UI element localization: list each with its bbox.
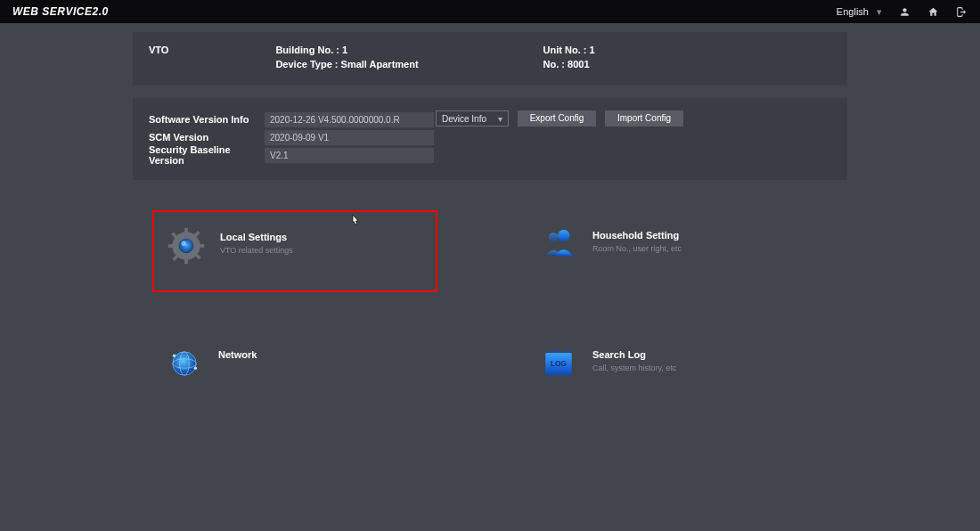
logout-icon[interactable]	[955, 5, 968, 18]
network-tile[interactable]: Network	[152, 330, 437, 392]
version-panel: Software Version Info SCM Version Securi…	[133, 98, 847, 180]
security-baseline-label: Security Baseline Version	[149, 144, 265, 166]
scm-version-label: SCM Version	[149, 132, 265, 143]
svg-rect-3	[168, 244, 174, 248]
device-info-select[interactable]: Device Info ▾	[436, 110, 509, 127]
device-info-select-label: Device Info	[442, 114, 486, 124]
people-icon	[537, 223, 580, 266]
app-logo: WEB SERVICE2.0	[12, 5, 109, 18]
home-icon[interactable]	[927, 5, 939, 18]
device-header-panel: VTO Building No. : 1 Device Type : Small…	[133, 32, 847, 86]
globe-icon	[163, 342, 206, 385]
local-settings-tile[interactable]: Local Settings VTO related settings	[152, 210, 437, 292]
chevron-down-icon: ▾	[498, 114, 502, 124]
top-bar: WEB SERVICE2.0 English ▾	[0, 0, 980, 23]
svg-rect-1	[184, 228, 188, 233]
language-selector[interactable]: English ▾	[837, 6, 882, 18]
household-setting-title: Household Setting	[592, 230, 682, 241]
log-text: LOG	[551, 360, 567, 368]
export-config-button[interactable]: Export Config	[518, 110, 596, 127]
svg-point-9	[179, 239, 194, 254]
local-settings-subtitle: VTO related settings	[220, 246, 293, 255]
svg-point-17	[173, 354, 176, 357]
language-label: English	[837, 6, 869, 17]
security-baseline-value	[265, 148, 434, 163]
chevron-down-icon: ▾	[877, 6, 882, 17]
household-setting-tile[interactable]: Household Setting Room No., user right, …	[527, 210, 812, 292]
svg-point-11	[558, 230, 569, 241]
device-no: No. : 8001	[543, 59, 595, 69]
building-no: Building No. : 1	[275, 45, 418, 55]
svg-rect-4	[199, 244, 204, 248]
local-settings-title: Local Settings	[220, 232, 293, 242]
user-icon[interactable]	[898, 5, 911, 18]
software-version-value	[265, 112, 434, 127]
household-setting-subtitle: Room No., user right, etc	[592, 244, 682, 253]
svg-point-18	[194, 367, 198, 371]
scm-version-value	[265, 130, 434, 145]
svg-point-10	[181, 241, 186, 246]
log-icon: LOG	[537, 342, 580, 385]
search-log-subtitle: Call, system history, etc	[592, 364, 676, 372]
unit-no: Unit No. : 1	[543, 45, 595, 55]
import-config-button[interactable]: Import Config	[605, 110, 683, 127]
top-bar-right: English ▾	[837, 5, 968, 18]
dashboard-grid: Local Settings VTO related settings	[133, 210, 847, 392]
network-title: Network	[218, 349, 257, 360]
svg-rect-2	[184, 258, 188, 264]
software-version-label: Software Version Info	[149, 114, 265, 125]
svg-point-12	[549, 233, 559, 242]
search-log-tile[interactable]: LOG Search Log Call, system history, etc	[527, 330, 812, 392]
gear-icon	[165, 225, 208, 267]
vto-title: VTO	[149, 45, 168, 55]
search-log-title: Search Log	[592, 349, 676, 360]
device-type: Device Type : Small Apartment	[275, 59, 418, 69]
